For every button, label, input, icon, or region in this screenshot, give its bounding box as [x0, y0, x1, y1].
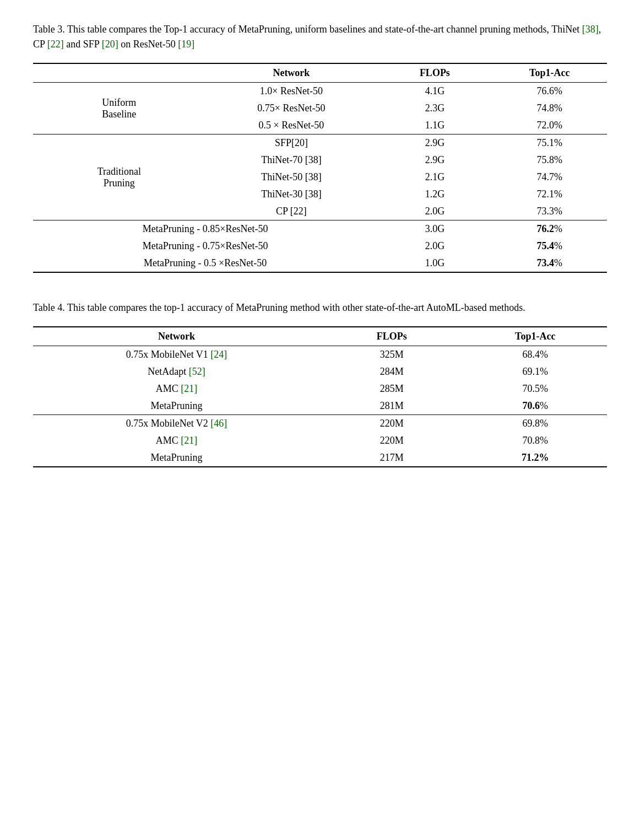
table-row: MetaPruning 217M 71.2% — [33, 449, 607, 467]
table4-wrapper: Table 4. This table compares the top-1 a… — [33, 300, 607, 467]
table4-col-flops: FLOPs — [320, 327, 464, 346]
table3-caption: Table 3. This table compares the Top-1 a… — [33, 22, 606, 52]
network-cell: ThiNet-30 [38] — [205, 186, 378, 203]
flops-cell: 2.9G — [377, 152, 492, 169]
table4-caption: Table 4. This table compares the top-1 a… — [33, 300, 606, 315]
acc-cell: 73.3% — [492, 203, 607, 220]
network-cell: MetaPruning - 0.75×ResNet-50 — [33, 238, 377, 255]
table4-col-network: Network — [33, 327, 320, 346]
network-cell: 0.75× ResNet-50 — [205, 100, 378, 117]
flops-cell: 1.0G — [377, 255, 492, 272]
acc-cell: 75.4% — [492, 238, 607, 255]
network-cell: NetAdapt [52] — [33, 363, 320, 380]
table-row: AMC [21] 285M 70.5% — [33, 380, 607, 397]
network-cell: SFP[20] — [205, 134, 378, 152]
table3-col-header-network2: Network — [205, 63, 378, 83]
ref-21[interactable]: [21] — [181, 383, 197, 394]
flops-cell: 325M — [320, 346, 464, 364]
acc-cell: 75.1% — [492, 134, 607, 152]
flops-cell: 3.0G — [377, 220, 492, 238]
acc-cell: 69.8% — [464, 415, 608, 433]
table-row: NetAdapt [52] 284M 69.1% — [33, 363, 607, 380]
flops-cell: 2.1G — [377, 169, 492, 186]
flops-cell: 2.9G — [377, 134, 492, 152]
network-cell: 0.75x MobileNet V1 [24] — [33, 346, 320, 364]
flops-cell: 2.0G — [377, 238, 492, 255]
table4-header-row: Network FLOPs Top1-Acc — [33, 327, 607, 346]
ref-38[interactable]: [38] — [582, 24, 599, 35]
table-row: 0.75x MobileNet V1 [24] 325M 68.4% — [33, 346, 607, 364]
flops-cell: 284M — [320, 363, 464, 380]
acc-cell: 72.1% — [492, 186, 607, 203]
acc-cell: 73.4% — [492, 255, 607, 272]
network-cell: CP [22] — [205, 203, 378, 220]
table-row: TraditionalPruning SFP[20] 2.9G 75.1% — [33, 134, 607, 152]
section-label-traditional: TraditionalPruning — [33, 134, 205, 220]
acc-cell: 76.6% — [492, 83, 607, 100]
table3-wrapper: Table 3. This table compares the Top-1 a… — [33, 22, 607, 273]
network-cell: ThiNet-70 [38] — [205, 152, 378, 169]
flops-cell: 217M — [320, 449, 464, 467]
network-cell: 0.5 × ResNet-50 — [205, 117, 378, 134]
ref-19[interactable]: [19] — [178, 39, 194, 50]
network-cell: AMC [21] — [33, 432, 320, 449]
table3-col-header-network — [33, 63, 205, 83]
network-cell: AMC [21] — [33, 380, 320, 397]
table-row: MetaPruning 281M 70.6% — [33, 397, 607, 415]
network-cell: MetaPruning — [33, 449, 320, 467]
acc-cell: 72.0% — [492, 117, 607, 134]
network-cell: ThiNet-50 [38] — [205, 169, 378, 186]
table4: Network FLOPs Top1-Acc 0.75x MobileNet V… — [33, 326, 607, 467]
flops-cell: 220M — [320, 415, 464, 433]
flops-cell: 1.1G — [377, 117, 492, 134]
table3-col-header-acc: Top1-Acc — [492, 63, 607, 83]
ref-22[interactable]: [22] — [47, 39, 64, 50]
acc-cell: 71.2% — [464, 449, 608, 467]
acc-cell: 75.8% — [492, 152, 607, 169]
acc-cell: 69.1% — [464, 363, 608, 380]
table3-col-header-flops: FLOPs — [377, 63, 492, 83]
table-row: MetaPruning - 0.5 ×ResNet-50 1.0G 73.4% — [33, 255, 607, 272]
acc-cell: 68.4% — [464, 346, 608, 364]
table4-col-acc: Top1-Acc — [464, 327, 608, 346]
network-cell: MetaPruning — [33, 397, 320, 415]
table-row: 0.75x MobileNet V2 [46] 220M 69.8% — [33, 415, 607, 433]
acc-cell: 76.2% — [492, 220, 607, 238]
network-cell: MetaPruning - 0.5 ×ResNet-50 — [33, 255, 377, 272]
table-row: MetaPruning - 0.75×ResNet-50 2.0G 75.4% — [33, 238, 607, 255]
ref-20[interactable]: [20] — [102, 39, 118, 50]
acc-cell: 70.6% — [464, 397, 608, 415]
network-cell: MetaPruning - 0.85×ResNet-50 — [33, 220, 377, 238]
network-cell: 1.0× ResNet-50 — [205, 83, 378, 100]
ref-21b[interactable]: [21] — [181, 435, 197, 446]
section-label-uniform: UniformBaseline — [33, 83, 205, 134]
flops-cell: 4.1G — [377, 83, 492, 100]
flops-cell: 1.2G — [377, 186, 492, 203]
flops-cell: 285M — [320, 380, 464, 397]
flops-cell: 2.3G — [377, 100, 492, 117]
table-row: MetaPruning - 0.85×ResNet-50 3.0G 76.2% — [33, 220, 607, 238]
flops-cell: 281M — [320, 397, 464, 415]
table3-header-row: Network FLOPs Top1-Acc — [33, 63, 607, 83]
acc-cell: 70.5% — [464, 380, 608, 397]
table-row: AMC [21] 220M 70.8% — [33, 432, 607, 449]
table3: Network FLOPs Top1-Acc UniformBaseline 1… — [33, 63, 607, 273]
ref-24[interactable]: [24] — [210, 349, 227, 360]
acc-cell: 74.7% — [492, 169, 607, 186]
flops-cell: 2.0G — [377, 203, 492, 220]
network-cell: 0.75x MobileNet V2 [46] — [33, 415, 320, 433]
acc-cell: 70.8% — [464, 432, 608, 449]
acc-cell: 74.8% — [492, 100, 607, 117]
ref-52[interactable]: [52] — [189, 366, 205, 377]
table-row: UniformBaseline 1.0× ResNet-50 4.1G 76.6… — [33, 83, 607, 100]
ref-46[interactable]: [46] — [210, 418, 227, 429]
flops-cell: 220M — [320, 432, 464, 449]
